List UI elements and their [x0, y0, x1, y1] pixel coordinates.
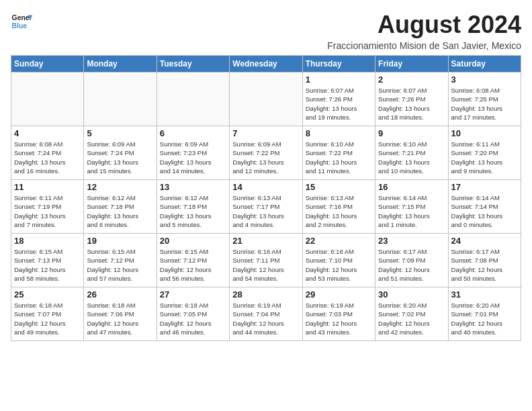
calendar-cell: 25Sunrise: 6:18 AM Sunset: 7:07 PM Dayli…	[11, 287, 84, 341]
day-number: 4	[14, 128, 81, 138]
col-header-wednesday: Wednesday	[230, 56, 302, 73]
day-number: 13	[160, 182, 226, 192]
calendar-cell: 16Sunrise: 6:14 AM Sunset: 7:15 PM Dayli…	[375, 180, 448, 234]
day-info: Sunrise: 6:19 AM Sunset: 7:03 PM Dayligh…	[306, 301, 372, 336]
day-number: 8	[306, 128, 372, 138]
day-number: 23	[378, 236, 445, 246]
day-info: Sunrise: 6:10 AM Sunset: 7:21 PM Dayligh…	[378, 140, 445, 175]
day-info: Sunrise: 6:15 AM Sunset: 7:12 PM Dayligh…	[160, 247, 226, 283]
day-info: Sunrise: 6:18 AM Sunset: 7:07 PM Dayligh…	[14, 301, 81, 336]
calendar-header-row: SundayMondayTuesdayWednesdayThursdayFrid…	[11, 56, 521, 73]
day-number: 30	[378, 289, 445, 300]
calendar-cell	[230, 73, 302, 126]
day-number: 1	[306, 75, 372, 85]
day-number: 3	[451, 75, 518, 85]
day-info: Sunrise: 6:09 AM Sunset: 7:22 PM Dayligh…	[232, 140, 299, 175]
title-area: August 2024 Fraccionamiento Mision de Sa…	[327, 11, 521, 51]
day-info: Sunrise: 6:13 AM Sunset: 7:17 PM Dayligh…	[232, 193, 299, 229]
calendar-cell: 31Sunrise: 6:20 AM Sunset: 7:01 PM Dayli…	[448, 287, 521, 341]
day-info: Sunrise: 6:14 AM Sunset: 7:14 PM Dayligh…	[451, 193, 518, 229]
day-number: 18	[14, 236, 81, 246]
calendar: SundayMondayTuesdayWednesdayThursdayFrid…	[11, 55, 521, 341]
day-info: Sunrise: 6:12 AM Sunset: 7:18 PM Dayligh…	[160, 193, 226, 229]
day-number: 25	[14, 289, 81, 300]
day-info: Sunrise: 6:11 AM Sunset: 7:19 PM Dayligh…	[14, 193, 81, 229]
calendar-cell: 29Sunrise: 6:19 AM Sunset: 7:03 PM Dayli…	[302, 287, 375, 341]
day-info: Sunrise: 6:11 AM Sunset: 7:20 PM Dayligh…	[451, 140, 518, 175]
day-info: Sunrise: 6:14 AM Sunset: 7:15 PM Dayligh…	[378, 193, 445, 229]
day-info: Sunrise: 6:15 AM Sunset: 7:12 PM Dayligh…	[87, 247, 153, 283]
day-info: Sunrise: 6:16 AM Sunset: 7:10 PM Dayligh…	[306, 247, 372, 283]
calendar-cell: 17Sunrise: 6:14 AM Sunset: 7:14 PM Dayli…	[448, 180, 521, 234]
day-info: Sunrise: 6:08 AM Sunset: 7:25 PM Dayligh…	[451, 86, 518, 122]
week-row-5: 25Sunrise: 6:18 AM Sunset: 7:07 PM Dayli…	[11, 287, 521, 341]
day-info: Sunrise: 6:20 AM Sunset: 7:02 PM Dayligh…	[378, 301, 445, 336]
calendar-cell: 12Sunrise: 6:12 AM Sunset: 7:18 PM Dayli…	[84, 180, 157, 234]
day-number: 7	[232, 128, 299, 138]
month-year: August 2024	[327, 11, 521, 39]
calendar-cell: 4Sunrise: 6:08 AM Sunset: 7:24 PM Daylig…	[11, 126, 84, 180]
day-number: 29	[306, 289, 372, 300]
day-info: Sunrise: 6:20 AM Sunset: 7:01 PM Dayligh…	[451, 301, 518, 336]
day-info: Sunrise: 6:17 AM Sunset: 7:09 PM Dayligh…	[378, 247, 445, 283]
calendar-cell: 14Sunrise: 6:13 AM Sunset: 7:17 PM Dayli…	[230, 180, 302, 234]
day-number: 12	[87, 182, 153, 192]
day-number: 26	[87, 289, 153, 300]
day-info: Sunrise: 6:08 AM Sunset: 7:24 PM Dayligh…	[14, 140, 81, 175]
day-number: 11	[14, 182, 81, 192]
week-row-4: 18Sunrise: 6:15 AM Sunset: 7:13 PM Dayli…	[11, 234, 521, 287]
calendar-cell	[11, 73, 84, 126]
day-number: 14	[232, 182, 299, 192]
day-info: Sunrise: 6:19 AM Sunset: 7:04 PM Dayligh…	[232, 301, 299, 336]
calendar-cell: 18Sunrise: 6:15 AM Sunset: 7:13 PM Dayli…	[11, 234, 84, 287]
calendar-cell	[84, 73, 157, 126]
svg-text:Blue: Blue	[12, 22, 28, 30]
day-number: 24	[451, 236, 518, 246]
day-number: 15	[306, 182, 372, 192]
calendar-cell: 10Sunrise: 6:11 AM Sunset: 7:20 PM Dayli…	[448, 126, 521, 180]
calendar-cell	[157, 73, 229, 126]
day-number: 19	[87, 236, 153, 246]
day-number: 16	[378, 182, 445, 192]
day-number: 17	[451, 182, 518, 192]
col-header-sunday: Sunday	[11, 56, 84, 73]
calendar-cell: 11Sunrise: 6:11 AM Sunset: 7:19 PM Dayli…	[11, 180, 84, 234]
calendar-cell: 19Sunrise: 6:15 AM Sunset: 7:12 PM Dayli…	[84, 234, 157, 287]
day-number: 20	[160, 236, 226, 246]
header: General Blue August 2024 Fraccionamiento…	[11, 11, 521, 51]
day-info: Sunrise: 6:13 AM Sunset: 7:16 PM Dayligh…	[306, 193, 372, 229]
week-row-3: 11Sunrise: 6:11 AM Sunset: 7:19 PM Dayli…	[11, 180, 521, 234]
col-header-thursday: Thursday	[302, 56, 375, 73]
calendar-cell: 24Sunrise: 6:17 AM Sunset: 7:08 PM Dayli…	[448, 234, 521, 287]
col-header-tuesday: Tuesday	[157, 56, 229, 73]
day-info: Sunrise: 6:09 AM Sunset: 7:24 PM Dayligh…	[87, 140, 153, 175]
col-header-monday: Monday	[84, 56, 157, 73]
calendar-cell: 3Sunrise: 6:08 AM Sunset: 7:25 PM Daylig…	[448, 73, 521, 126]
calendar-cell: 15Sunrise: 6:13 AM Sunset: 7:16 PM Dayli…	[302, 180, 375, 234]
day-info: Sunrise: 6:07 AM Sunset: 7:26 PM Dayligh…	[378, 86, 445, 122]
calendar-cell: 30Sunrise: 6:20 AM Sunset: 7:02 PM Dayli…	[375, 287, 448, 341]
day-number: 27	[160, 289, 226, 300]
day-info: Sunrise: 6:07 AM Sunset: 7:26 PM Dayligh…	[306, 86, 372, 122]
day-number: 2	[378, 75, 445, 85]
calendar-cell: 5Sunrise: 6:09 AM Sunset: 7:24 PM Daylig…	[84, 126, 157, 180]
day-number: 5	[87, 128, 153, 138]
day-info: Sunrise: 6:15 AM Sunset: 7:13 PM Dayligh…	[14, 247, 81, 283]
calendar-cell: 2Sunrise: 6:07 AM Sunset: 7:26 PM Daylig…	[375, 73, 448, 126]
calendar-cell: 21Sunrise: 6:16 AM Sunset: 7:11 PM Dayli…	[230, 234, 302, 287]
calendar-cell: 26Sunrise: 6:18 AM Sunset: 7:06 PM Dayli…	[84, 287, 157, 341]
day-number: 21	[232, 236, 299, 246]
day-info: Sunrise: 6:17 AM Sunset: 7:08 PM Dayligh…	[451, 247, 518, 283]
calendar-cell: 6Sunrise: 6:09 AM Sunset: 7:23 PM Daylig…	[157, 126, 229, 180]
calendar-cell: 22Sunrise: 6:16 AM Sunset: 7:10 PM Dayli…	[302, 234, 375, 287]
day-info: Sunrise: 6:09 AM Sunset: 7:23 PM Dayligh…	[160, 140, 226, 175]
calendar-cell: 7Sunrise: 6:09 AM Sunset: 7:22 PM Daylig…	[230, 126, 302, 180]
calendar-cell: 9Sunrise: 6:10 AM Sunset: 7:21 PM Daylig…	[375, 126, 448, 180]
col-header-saturday: Saturday	[448, 56, 521, 73]
day-info: Sunrise: 6:12 AM Sunset: 7:18 PM Dayligh…	[87, 193, 153, 229]
logo: General Blue	[11, 11, 32, 32]
day-info: Sunrise: 6:18 AM Sunset: 7:06 PM Dayligh…	[87, 301, 153, 336]
day-number: 22	[306, 236, 372, 246]
calendar-cell: 13Sunrise: 6:12 AM Sunset: 7:18 PM Dayli…	[157, 180, 229, 234]
day-number: 9	[378, 128, 445, 138]
